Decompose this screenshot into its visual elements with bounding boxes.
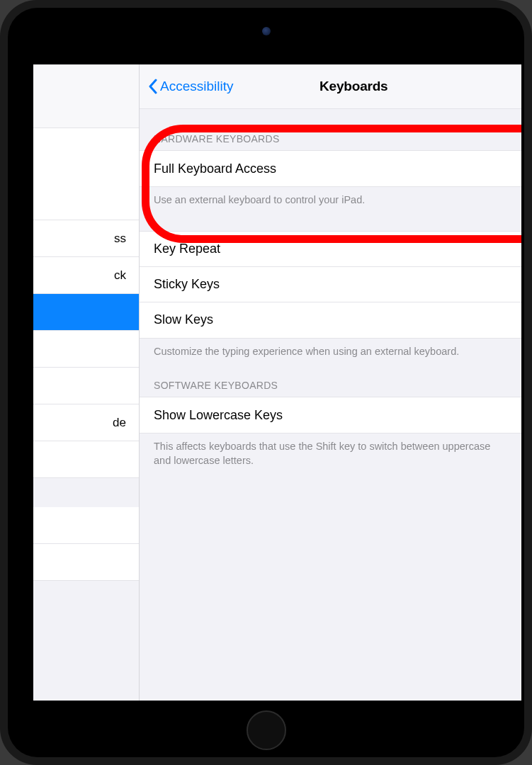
ipad-inner: ss ck de — [8, 8, 524, 757]
sidebar-item[interactable] — [33, 441, 139, 478]
section-footer-full-keyboard: Use an external keyboard to control your… — [140, 187, 521, 208]
row-label: Full Keyboard Access — [154, 162, 276, 176]
page-title: Keyboards — [319, 79, 387, 94]
home-button[interactable] — [247, 710, 286, 750]
row-label: Show Lowercase Keys — [154, 408, 283, 423]
front-camera — [262, 27, 271, 35]
screen: ss ck de — [33, 64, 521, 701]
row-group-software: Show Lowercase Keys — [140, 397, 521, 434]
sidebar-item-label: ck — [114, 268, 126, 283]
row-label: Key Repeat — [154, 242, 220, 256]
section-header-hardware: HARDWARE KEYBOARDS — [140, 109, 521, 150]
ipad-frame: ss ck de — [0, 0, 532, 765]
sidebar-item-label: ss — [114, 232, 126, 246]
sidebar-item[interactable] — [33, 331, 139, 368]
row-label: Sticky Keys — [154, 277, 220, 292]
sidebar-item-selected[interactable] — [33, 294, 139, 331]
spacer — [140, 208, 521, 231]
back-label: Accessibility — [160, 79, 233, 94]
sidebar-gap — [33, 478, 139, 507]
row-full-keyboard-access[interactable]: Full Keyboard Access — [140, 151, 521, 186]
row-sticky-keys[interactable]: Sticky Keys — [140, 267, 521, 302]
navigation-bar: Accessibility Keyboards — [140, 64, 521, 109]
sidebar-item[interactable] — [33, 368, 139, 404]
chevron-left-icon — [148, 79, 158, 94]
settings-sidebar: ss ck de — [33, 64, 140, 701]
sidebar-item[interactable] — [33, 544, 139, 581]
sidebar-item[interactable] — [33, 507, 139, 544]
sidebar-item[interactable] — [33, 128, 139, 220]
sidebar-item-label: de — [113, 416, 126, 430]
sidebar-header — [33, 64, 139, 128]
section-footer-typing: Customize the typing experience when usi… — [140, 339, 521, 359]
row-slow-keys[interactable]: Slow Keys — [140, 302, 521, 338]
sidebar-group: ss ck de — [33, 128, 139, 581]
section-header-software: SOFTWARE KEYBOARDS — [140, 358, 521, 397]
row-group-full-keyboard: Full Keyboard Access — [140, 150, 521, 187]
sidebar-item[interactable]: ss — [33, 220, 139, 257]
row-label: Slow Keys — [154, 312, 213, 327]
section-footer-software: This affects keyboards that use the Shif… — [140, 434, 521, 468]
sidebar-item[interactable]: de — [33, 404, 139, 441]
back-button[interactable]: Accessibility — [148, 79, 233, 94]
sidebar-item[interactable]: ck — [33, 257, 139, 294]
detail-pane: Accessibility Keyboards HARDWARE KEYBOAR… — [140, 64, 521, 701]
row-key-repeat[interactable]: Key Repeat — [140, 232, 521, 267]
row-group-typing: Key Repeat Sticky Keys Slow Keys — [140, 231, 521, 339]
row-show-lowercase-keys[interactable]: Show Lowercase Keys — [140, 397, 521, 433]
